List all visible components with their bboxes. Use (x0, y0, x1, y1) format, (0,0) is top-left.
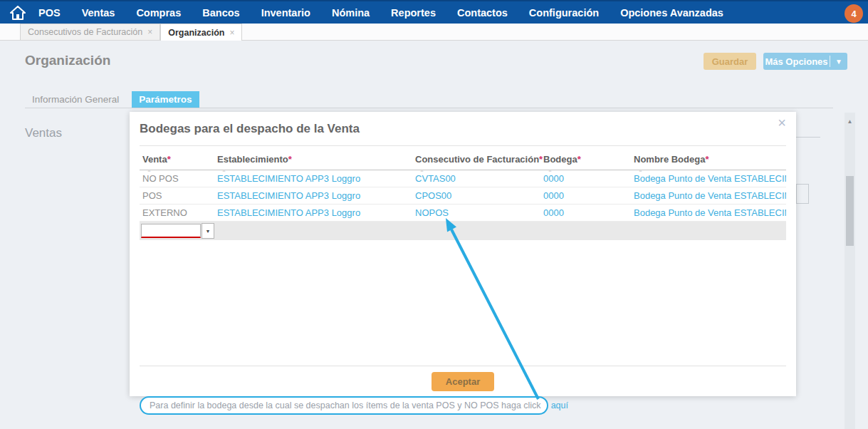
sort-arrow-icon: ▲ (638, 167, 643, 172)
close-tab-icon[interactable]: × (229, 28, 234, 38)
cell-venta: EXTERNO (140, 207, 214, 218)
document-tab-bar: Consecutivos de Facturación × Organizaci… (0, 24, 868, 41)
guardar-button[interactable]: Guardar (704, 53, 756, 70)
close-tab-icon[interactable]: × (147, 27, 152, 37)
column-header-bodega[interactable]: Bodega* ▲ (540, 154, 631, 170)
section-label-ventas: Ventas (25, 126, 62, 140)
nav-item-compras[interactable]: Compras (136, 7, 181, 19)
cell-venta: POS (140, 190, 214, 201)
sort-arrow-icon: ▲ (548, 167, 553, 172)
dropdown-arrow-icon: ▼ (206, 229, 211, 234)
modal-header: Bodegas para el despacho de la Venta × (140, 112, 786, 145)
tab-organizacion[interactable]: Organización × (160, 24, 242, 41)
modal-body-space (140, 240, 786, 366)
required-marker: * (705, 154, 708, 165)
tab-parametros[interactable]: Parámetros (132, 91, 199, 108)
cell-consecutivo-link[interactable]: CPOS00 (412, 190, 540, 201)
cell-establecimiento-link[interactable]: ESTABLECIMIENTO APP3 Loggro (214, 190, 412, 201)
bodegas-despacho-modal: Bodegas para el despacho de la Venta × V… (130, 112, 796, 396)
tab-label: Organización (168, 28, 224, 38)
cell-nombre-bodega-link[interactable]: Bodega Punto de Venta ESTABLECIMI... (631, 173, 786, 184)
nav-item-configuracion[interactable]: Configuración (529, 7, 599, 19)
scrollbar-thumb[interactable] (846, 176, 854, 246)
table-row: POS ESTABLECIMIENTO APP3 Loggro CPOS00 0… (140, 187, 786, 205)
column-header-consecutivo[interactable]: Consecutivo de Facturación* ▲ (412, 154, 540, 170)
top-nav-bar: POS Ventas Compras Bancos Inventario Nóm… (0, 0, 868, 24)
help-callout: Para definir la bodega desde la cual se … (140, 396, 548, 415)
sort-arrow-icon: ▲ (221, 167, 226, 172)
tab-label: Consecutivos de Facturación (28, 27, 142, 37)
home-icon[interactable] (9, 4, 27, 22)
column-header-establecimiento[interactable]: Establecimiento* ▲ (214, 154, 412, 170)
modal-footer: Aceptar (140, 366, 786, 396)
home-icon-glyph (10, 6, 26, 20)
close-icon[interactable]: × (778, 115, 786, 130)
required-marker: * (167, 154, 171, 165)
mas-opciones-button[interactable]: Más Opciones ▼ (763, 53, 847, 70)
required-marker: * (288, 154, 292, 165)
app-window: POS Ventas Compras Bancos Inventario Nóm… (0, 0, 868, 429)
notification-badge[interactable]: 4 (845, 4, 863, 23)
cell-nombre-bodega-link[interactable]: Bodega Punto de Venta ESTABLECIMI... (631, 207, 786, 218)
nav-item-pos[interactable]: POS (38, 7, 61, 19)
background-divider (796, 137, 820, 138)
sort-arrow-icon: ▲ (419, 167, 424, 172)
mas-opciones-label: Más Opciones (763, 56, 830, 67)
table-row: EXTERNO ESTABLECIMIENTO APP3 Loggro NOPO… (140, 205, 786, 222)
cell-establecimiento-link[interactable]: ESTABLECIMIENTO APP3 Loggro (214, 207, 412, 218)
new-row: ▼ (140, 222, 786, 240)
nav-item-opciones-avanzadas[interactable]: Opciones Avanzadas (620, 7, 723, 19)
sort-arrow-icon: ▲ (147, 167, 152, 172)
subtab-underline (25, 108, 833, 108)
cell-nombre-bodega-link[interactable]: Bodega Punto de Venta ESTABLECIMI... (631, 190, 786, 201)
tab-informacion-general[interactable]: Información General (25, 91, 126, 108)
modal-title: Bodegas para el despacho de la Venta (140, 122, 360, 136)
column-header-venta[interactable]: Venta* ▲ (140, 154, 214, 170)
tab-consecutivos-de-facturacion[interactable]: Consecutivos de Facturación × (20, 24, 160, 40)
new-venta-input[interactable] (141, 224, 201, 238)
cell-bodega-link[interactable]: 0000 (540, 207, 631, 218)
settings-subtabs: Información General Parámetros (25, 91, 199, 108)
dropdown-button[interactable]: ▼ (202, 223, 214, 239)
nav-item-bancos[interactable]: Bancos (202, 7, 239, 19)
table-row: NO POS ESTABLECIMIENTO APP3 Loggro CVTAS… (140, 170, 786, 187)
column-header-nombre-bodega[interactable]: Nombre Bodega* ▲ (631, 154, 786, 170)
required-marker: * (577, 154, 581, 165)
aqui-link[interactable]: aquí (551, 400, 568, 410)
nav-item-reportes[interactable]: Reportes (391, 7, 436, 19)
background-field-fragment (796, 184, 809, 204)
page-title: Organización (25, 53, 110, 68)
cell-establecimiento-link[interactable]: ESTABLECIMIENTO APP3 Loggro (214, 173, 412, 184)
nav-item-contactos[interactable]: Contactos (457, 7, 508, 19)
chevron-down-icon[interactable]: ▼ (830, 58, 847, 66)
page-scrollbar[interactable]: ▲ (845, 113, 855, 429)
cell-consecutivo-link[interactable]: CVTAS00 (412, 173, 540, 184)
bodegas-table: Venta* ▲ Establecimiento* ▲ Consecutivo … (140, 146, 786, 240)
cell-bodega-link[interactable]: 0000 (540, 173, 631, 184)
nav-item-ventas[interactable]: Ventas (82, 7, 115, 19)
table-header-row: Venta* ▲ Establecimiento* ▲ Consecutivo … (140, 146, 786, 170)
help-text: Para definir la bodega desde la cual se … (150, 400, 541, 410)
scroll-up-icon[interactable]: ▲ (845, 118, 855, 125)
main-menu: POS Ventas Compras Bancos Inventario Nóm… (38, 7, 723, 19)
nav-item-nomina[interactable]: Nómina (332, 7, 370, 19)
aceptar-button[interactable]: Aceptar (432, 372, 494, 391)
cell-bodega-link[interactable]: 0000 (540, 190, 631, 201)
nav-item-inventario[interactable]: Inventario (261, 7, 310, 19)
cell-consecutivo-link[interactable]: NOPOS (412, 207, 540, 218)
cell-venta: NO POS (140, 173, 214, 184)
